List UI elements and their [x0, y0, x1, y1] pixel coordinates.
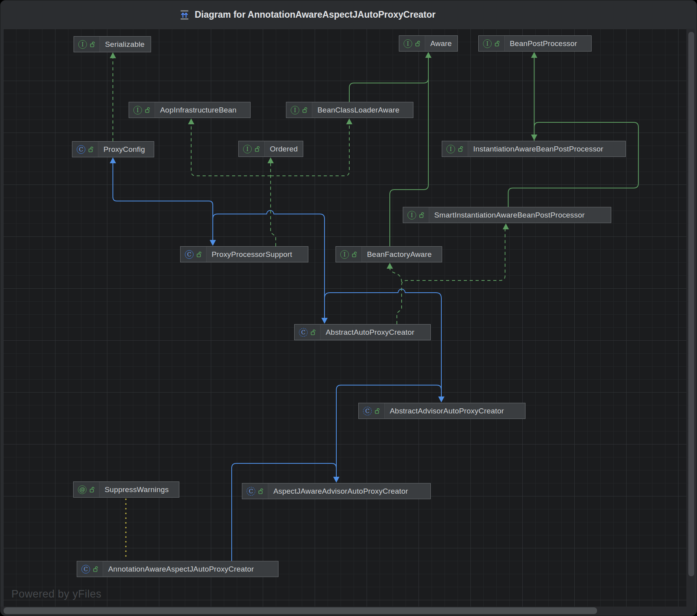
- node-icon-strip: C: [72, 142, 98, 157]
- node-bean-post-processor[interactable]: IBeanPostProcessor: [478, 35, 592, 52]
- interface-icon: I: [243, 145, 252, 153]
- node-icon-strip: I: [74, 37, 100, 52]
- class-icon: C: [299, 328, 308, 337]
- public-lock-icon: [415, 40, 421, 47]
- interface-icon: I: [404, 39, 412, 48]
- node-label: BeanPostProcessor: [505, 36, 583, 51]
- class-icon: C: [81, 565, 90, 574]
- yfiles-watermark: Powered by yFiles: [11, 588, 101, 600]
- node-instantiation-aware-bean-post-processor[interactable]: IInstantiationAwareBeanPostProcessor: [442, 141, 626, 157]
- public-lock-icon: [145, 107, 151, 113]
- node-icon-strip: I: [286, 102, 312, 118]
- node-label: Serializable: [100, 37, 150, 52]
- class-icon: C: [247, 487, 255, 496]
- public-lock-icon: [458, 146, 464, 152]
- nodes-layer: ISerializableIAwareIBeanPostProcessorIAo…: [3, 29, 686, 607]
- page-title: Diagram for AnnotationAwareAspectJAutoPr…: [195, 0, 435, 29]
- public-lock-icon: [90, 486, 95, 493]
- node-icon-strip: @: [74, 482, 100, 497]
- annotation-icon: @: [78, 485, 87, 494]
- node-label: Ordered: [265, 141, 303, 157]
- node-bean-factory-aware[interactable]: IBeanFactoryAware: [336, 246, 442, 262]
- public-lock-icon: [419, 212, 425, 218]
- class-icon: C: [363, 407, 372, 415]
- interface-icon: I: [78, 40, 87, 49]
- node-label: InstantiationAwareBeanPostProcessor: [468, 141, 609, 157]
- node-label: AspectJAwareAdvisorAutoProxyCreator: [268, 483, 413, 499]
- node-ordered[interactable]: IOrdered: [238, 141, 303, 157]
- public-lock-icon: [90, 41, 96, 48]
- node-label: SuppressWarnings: [100, 482, 174, 497]
- diagram-canvas[interactable]: ISerializableIAwareIBeanPostProcessorIAo…: [3, 29, 686, 607]
- titlebar[interactable]: Diagram for AnnotationAwareAspectJAutoPr…: [0, 0, 697, 29]
- interface-icon: I: [408, 211, 416, 219]
- node-icon-strip: I: [403, 207, 429, 223]
- node-label: Aware: [425, 36, 457, 51]
- diagram-popup-window: Diagram for AnnotationAwareAspectJAutoPr…: [0, 0, 697, 616]
- horizontal-scrollbar-thumb[interactable]: [4, 607, 597, 614]
- node-abstract-advisor-auto-proxy-creator[interactable]: CAbstractAdvisorAutoProxyCreator: [358, 403, 526, 419]
- public-lock-icon: [197, 251, 202, 258]
- node-label: BeanClassLoaderAware: [312, 102, 405, 118]
- node-icon-strip: I: [399, 36, 425, 51]
- public-lock-icon: [352, 251, 358, 258]
- node-label: AopInfrastructureBean: [155, 102, 242, 118]
- public-lock-icon: [495, 40, 500, 47]
- interface-icon: I: [133, 106, 142, 114]
- node-suppress-warnings[interactable]: @SuppressWarnings: [73, 481, 179, 498]
- node-icon-strip: C: [181, 247, 207, 262]
- node-aspectj-aware-advisor-auto-proxy-creator[interactable]: CAspectJAwareAdvisorAutoProxyCreator: [242, 483, 431, 499]
- public-lock-icon: [255, 146, 260, 152]
- node-icon-strip: I: [479, 36, 505, 51]
- hierarchy-diagram-icon: [179, 10, 190, 20]
- node-label: ProxyProcessorSupport: [207, 247, 298, 262]
- node-label: AbstractAdvisorAutoProxyCreator: [385, 403, 509, 419]
- node-label: BeanFactoryAware: [362, 247, 437, 262]
- interface-icon: I: [483, 39, 492, 48]
- public-lock-icon: [302, 107, 308, 113]
- node-serializable[interactable]: ISerializable: [74, 36, 151, 52]
- interface-icon: I: [291, 106, 299, 114]
- class-icon: C: [77, 145, 85, 154]
- node-bean-class-loader-aware[interactable]: IBeanClassLoaderAware: [286, 102, 413, 118]
- public-lock-icon: [258, 488, 264, 494]
- node-icon-strip: I: [239, 141, 265, 157]
- node-proxy-processor-support[interactable]: CProxyProcessorSupport: [180, 246, 308, 262]
- interface-icon: I: [446, 145, 455, 153]
- node-label: AnnotationAwareAspectJAutoProxyCreator: [103, 561, 260, 577]
- node-icon-strip: I: [336, 247, 362, 262]
- node-aop-infrastructure-bean[interactable]: IAopInfrastructureBean: [129, 102, 251, 118]
- node-icon-strip: I: [442, 141, 468, 157]
- public-lock-icon: [93, 566, 99, 572]
- node-label: SmartInstantiationAwareBeanPostProcessor: [429, 207, 590, 223]
- public-lock-icon: [311, 329, 316, 336]
- node-smart-instantiation-aware-bean-post-processor[interactable]: ISmartInstantiationAwareBeanPostProcesso…: [403, 207, 611, 223]
- node-icon-strip: I: [129, 102, 155, 118]
- vertical-scrollbar-thumb[interactable]: [688, 32, 694, 576]
- node-proxy-config[interactable]: CProxyConfig: [72, 141, 154, 157]
- node-icon-strip: C: [295, 325, 321, 340]
- node-abstract-auto-proxy-creator[interactable]: CAbstractAutoProxyCreator: [294, 324, 431, 340]
- node-label: ProxyConfig: [98, 142, 151, 157]
- node-icon-strip: C: [359, 403, 385, 419]
- interface-icon: I: [340, 250, 349, 259]
- public-lock-icon: [375, 408, 380, 414]
- class-icon: C: [185, 250, 194, 259]
- node-aware[interactable]: IAware: [399, 35, 458, 52]
- node-icon-strip: C: [77, 561, 103, 577]
- node-icon-strip: C: [242, 483, 268, 499]
- node-label: AbstractAutoProxyCreator: [321, 325, 420, 340]
- public-lock-icon: [89, 146, 94, 153]
- node-annotation-aware-aspectj-auto-proxy-creator[interactable]: CAnnotationAwareAspectJAutoProxyCreator: [77, 561, 278, 577]
